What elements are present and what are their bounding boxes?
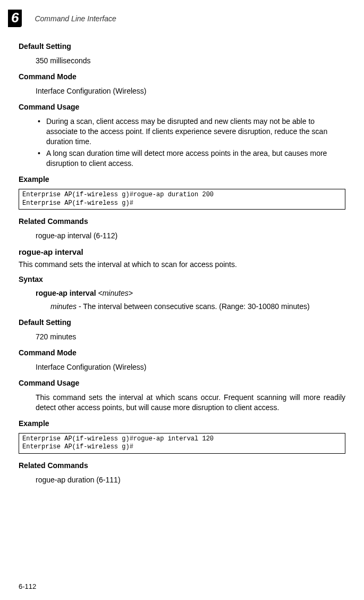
command-mode-heading-2: Command Mode: [19, 348, 345, 357]
related-commands-value-2: rogue-ap duration (6-111): [36, 475, 345, 485]
usage-bullet-item: During a scan, client access may be disr…: [36, 116, 345, 147]
command-usage-heading-2: Command Usage: [19, 379, 345, 387]
syntax-line: rogue-ap interval <minutes>: [36, 289, 345, 297]
related-commands-heading: Related Commands: [19, 217, 345, 226]
example-heading-2: Example: [19, 419, 345, 428]
command-title: rogue-ap interval: [19, 247, 345, 256]
chapter-badge: 6: [8, 10, 22, 27]
header-title: Command Line Interface: [35, 14, 116, 23]
command-mode-value: Interface Configuration (Wireless): [36, 86, 345, 96]
default-setting-heading: Default Setting: [19, 42, 345, 51]
default-setting-value-2: 720 minutes: [36, 332, 345, 342]
default-setting-heading-2: Default Setting: [19, 318, 345, 327]
syntax-heading: Syntax: [19, 275, 345, 284]
syntax-description: minutes - The interval between consecuti…: [50, 302, 345, 312]
syntax-command: rogue-ap interval: [36, 289, 96, 297]
syntax-desc-param: minutes: [50, 302, 77, 311]
default-setting-value: 350 milliseconds: [36, 56, 345, 66]
example-code-box: Enterprise AP(if-wireless g)#rogue-ap du…: [19, 189, 345, 210]
example-code-box-2: Enterprise AP(if-wireless g)#rogue-ap in…: [19, 433, 345, 454]
command-mode-value-2: Interface Configuration (Wireless): [36, 362, 345, 372]
related-commands-value: rogue-ap interval (6-112): [36, 231, 345, 241]
syntax-desc-rest: - The interval between consecutive scans…: [77, 302, 310, 311]
page-header: 6 Command Line Interface: [19, 10, 345, 27]
example-heading: Example: [19, 175, 345, 184]
syntax-param: <minutes>: [98, 289, 132, 297]
usage-paragraph: This command sets the interval at which …: [36, 393, 345, 413]
usage-bullet-item: A long scan duration time will detect mo…: [36, 148, 345, 169]
page-number: 6-112: [19, 582, 36, 590]
command-usage-heading: Command Usage: [19, 103, 345, 111]
related-commands-heading-2: Related Commands: [19, 461, 345, 470]
command-intro: This command sets the interval at which …: [19, 260, 345, 270]
command-mode-heading: Command Mode: [19, 72, 345, 81]
usage-bullet-list: During a scan, client access may be disr…: [36, 116, 345, 169]
